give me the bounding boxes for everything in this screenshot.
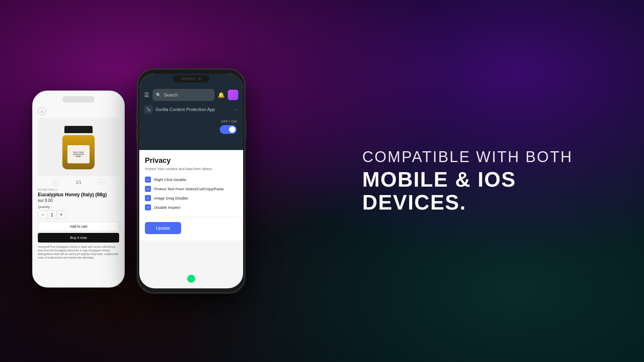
quantity-label: Quantity [38,205,119,209]
hamburger-icon[interactable]: ☰ [144,92,149,98]
check-icon-2: ✓ [147,187,150,191]
toggle-knob [229,126,235,133]
app-icon: 🦍 [144,105,153,114]
search-icon: 🔍 [156,93,161,98]
phone-right: ☰ 🔍 Search 🔔 🦍 Gorilla Content Protectio… [137,68,246,294]
checkbox-label-3: Image Drag Disable [154,196,188,200]
next-arrow[interactable]: › [97,179,105,186]
product-price: eur 8.00 [38,198,119,203]
compatible-text: COMPATIBLE WITH BOTH [362,148,612,167]
checkbox-list: ✓ Right Click Disable ✓ Protect Text Fro… [145,177,237,210]
checkbox-item-2: ✓ Protect Text From Select/Cut/Copy/Past… [145,186,237,192]
volume-down-btn [136,128,138,142]
checkbox-label-1: Right Click Disable [154,177,186,182]
mobile-ios-text: MOBILE & IOS DEVICES. [362,168,612,214]
left-phone-inner: ⊕ 100% PURE EUCALYPTUS HONEY [33,91,124,287]
honey-jar-image: 100% PURE EUCALYPTUS HONEY [60,125,97,169]
app-icon-title: 🦍 Gorilla Content Protection App [144,105,215,114]
product-brand: HONEYMILL [38,188,119,191]
privacy-title: Privacy [145,156,237,165]
product-details: HONEYMILL Eucalyptus Honey (Italy) (68g)… [33,188,124,259]
checkbox-2[interactable]: ✓ [145,186,151,192]
checkbox-1[interactable]: ✓ [145,177,151,183]
search-box[interactable]: 🔍 Search [153,89,215,101]
bell-icon[interactable]: 🔔 [218,92,225,98]
toggle-area: OFF / ON [144,119,238,134]
check-icon-1: ✓ [147,178,150,182]
jar-body: 100% PURE EUCALYPTUS HONEY [62,135,95,169]
jar-label: 100% PURE EUCALYPTUS HONEY [68,145,90,163]
prev-arrow[interactable]: ‹ [52,179,60,186]
product-image-area: 100% PURE EUCALYPTUS HONEY [38,118,119,176]
app-title: Gorilla Content Protection App [155,107,215,112]
nav-counter: 1/1 [76,180,81,185]
more-options-icon[interactable]: ··· [233,106,238,113]
left-phone-notch [62,96,95,103]
divider [145,217,237,217]
add-to-cart-button[interactable]: Add to cart [38,222,119,231]
phone-dark-top: ☰ 🔍 Search 🔔 🦍 Gorilla Content Protectio… [139,74,243,150]
phones-container: ⊕ 100% PURE EUCALYPTUS HONEY [32,68,246,294]
product-name: Eucalyptus Honey (Italy) (68g) [38,192,119,197]
product-description: Honeymill Pure Eucalyptus Honey is made … [38,245,119,259]
quantity-control: − 1 + [38,210,66,219]
toggle-label: OFF / ON [221,119,237,123]
nav-arrows: ‹ 1/1 › [33,176,124,188]
buy-now-button[interactable]: Buy it now [38,233,119,243]
volume-up-btn [136,110,138,124]
content-wrapper: ⊕ 100% PURE EUCALYPTUS HONEY [0,0,644,362]
search-text: Search [164,93,178,97]
checkbox-label-4: Disable Inspect [154,205,180,210]
photo-icon: ⊕ [38,107,46,115]
power-btn [245,118,246,140]
search-row: ☰ 🔍 Search 🔔 [144,89,238,101]
qty-decrease[interactable]: − [38,210,47,219]
home-indicator [187,275,195,283]
privacy-subtitle: Protect Your content and data from other… [145,167,237,171]
checkbox-3[interactable]: ✓ [145,195,151,201]
right-phone-inner: ☰ 🔍 Search 🔔 🦍 Gorilla Content Protectio… [139,74,243,288]
checkbox-item-3: ✓ Image Drag Disable [145,195,237,201]
checkbox-label-2: Protect Text From Select/Cut/Copy/Paste [154,187,224,191]
notch-bar [181,78,196,80]
check-icon-3: ✓ [147,196,150,200]
right-phone-notch [173,75,209,82]
check-icon-4: ✓ [147,206,150,210]
checkbox-item-1: ✓ Right Click Disable [145,177,237,183]
jar-lid [64,126,93,133]
phone-content-area: Privacy Protect Your content and data fr… [139,150,243,241]
qty-value: 1 [47,211,57,219]
avatar-button[interactable] [228,90,238,100]
notch-dot [198,77,201,80]
update-button[interactable]: Update [145,222,181,234]
text-section: COMPATIBLE WITH BOTH MOBILE & IOS DEVICE… [362,148,612,214]
qty-increase[interactable]: + [57,210,66,219]
phone-left: ⊕ 100% PURE EUCALYPTUS HONEY [32,90,125,288]
checkbox-4[interactable]: ✓ [145,204,151,210]
app-header-row: 🦍 Gorilla Content Protection App ··· [144,105,238,114]
checkbox-item-4: ✓ Disable Inspect [145,204,237,210]
toggle-switch[interactable] [220,125,237,134]
